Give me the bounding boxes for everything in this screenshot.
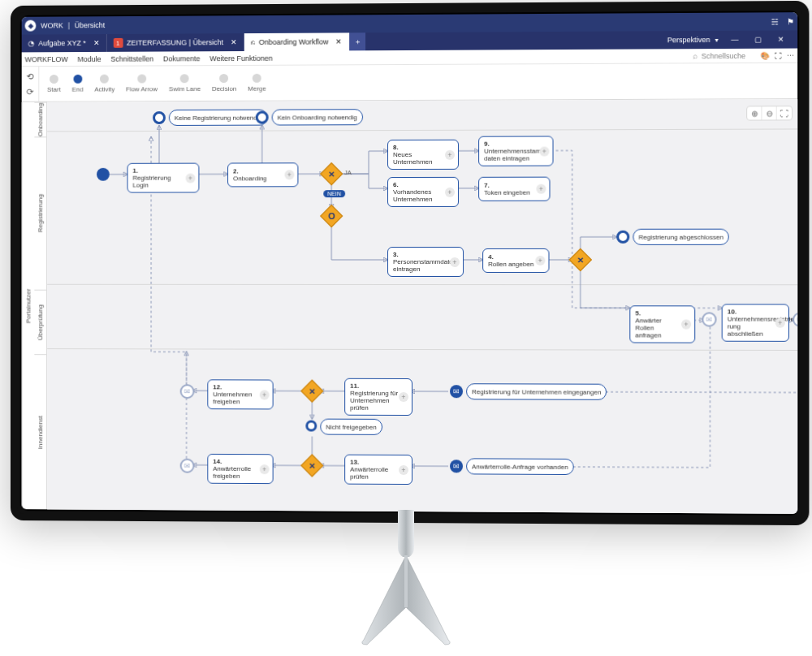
close-icon[interactable]: ✕ xyxy=(231,38,237,46)
end-event-reg-done[interactable] xyxy=(616,231,629,244)
undo-icon[interactable]: ⟲ xyxy=(27,71,34,82)
task-7-token-eingeben[interactable]: 7.Token eingeben+ xyxy=(478,177,550,201)
plus-icon[interactable]: + xyxy=(445,187,455,196)
menu-schnittstellen[interactable]: Schnittstellen xyxy=(110,54,153,63)
tab-onboarding-workflow[interactable]: ⎌ Onboarding Workflow ✕ xyxy=(244,32,350,51)
tab-zeiterfassung[interactable]: 1 ZEITERFASSUNG | Übersicht ✕ xyxy=(106,33,244,52)
lane-innendienst[interactable]: Innendienst xyxy=(34,354,46,510)
end-event-not-released[interactable] xyxy=(305,421,317,432)
pill-reg-done[interactable]: Registrierung abgeschlossen xyxy=(633,229,729,245)
mail-event-t5[interactable]: ✉ xyxy=(702,312,716,326)
task-2-onboarding[interactable]: 2.Onboarding+ xyxy=(227,162,298,187)
refresh-icon[interactable]: ⟳ xyxy=(27,86,34,97)
close-icon[interactable]: ✕ xyxy=(335,37,342,45)
plus-icon[interactable]: + xyxy=(775,318,785,328)
plus-icon[interactable]: + xyxy=(260,464,270,474)
gateway-label-ja: JA xyxy=(344,169,352,176)
fullscreen-icon[interactable]: ⛶ xyxy=(775,51,782,59)
task-13-anwaerterrolle-pruefen[interactable]: 13.Anwärterrolle prüfen+ xyxy=(344,455,412,485)
task-5-anwaerter-rollen[interactable]: 5.Anwärter Rollen anfragen+ xyxy=(629,305,695,343)
maximize-button[interactable]: ▢ xyxy=(746,36,769,44)
pill-anfrage[interactable]: Anwärterrolle-Anfrage vorhanden xyxy=(466,458,573,475)
plus-icon[interactable]: + xyxy=(445,149,455,159)
plus-icon[interactable]: + xyxy=(399,464,408,474)
perspective-dropdown[interactable]: Perspektiven xyxy=(667,36,710,44)
task-10-unternehmensregistrierung[interactable]: 10.Unternehmensregistrie­rung abschließe… xyxy=(722,304,789,342)
pill-no-registration[interactable]: Keine Registrierung notwendig xyxy=(169,110,268,126)
plus-icon[interactable]: + xyxy=(260,390,270,399)
bookmark-icon[interactable]: ☵ xyxy=(771,17,779,26)
close-button[interactable]: ✕ xyxy=(770,35,793,43)
shape-palette: ⟲ ⟳ Start End Activity Flow Arrow Swim L… xyxy=(22,63,797,102)
menu-workflow[interactable]: WORKFLOW xyxy=(25,55,68,63)
menu-dokumente[interactable]: Dokumente xyxy=(163,54,201,63)
mail-event-t14[interactable]: ✉ xyxy=(180,459,195,473)
task-3-personenstammdaten[interactable]: 3.Personenstammdaten eintragen+ xyxy=(387,247,464,277)
task-1-registrierung-login[interactable]: 1.Registrierung Login+ xyxy=(127,163,200,193)
pill-reg-company[interactable]: Registrierung für Unternehmen eingegange… xyxy=(466,383,607,400)
search-input[interactable]: Schnellsuche xyxy=(702,51,745,59)
plus-icon[interactable]: + xyxy=(539,146,549,156)
pill-no-onboarding[interactable]: Kein Onboarding notwendig xyxy=(272,109,363,125)
mail-event-t12[interactable]: ✉ xyxy=(180,384,195,399)
palette-merge[interactable]: Merge xyxy=(248,74,266,93)
palette-decision[interactable]: Decision xyxy=(212,74,236,93)
app-screen: ◆ WORK | Übersicht ☵ ⚑ ◔ Aufgabe XYZ * ✕… xyxy=(22,12,797,514)
menu-weitere[interactable]: Weitere Funktionen xyxy=(209,54,272,62)
gateway-label-nein: NEIN xyxy=(323,190,345,197)
task-11-registrierung-pruefen[interactable]: 11.Registrierung für Unter­nehmen prüfen… xyxy=(344,378,412,416)
more-icon[interactable]: ⋯ xyxy=(787,51,794,59)
lane-registrierung[interactable]: Registrierung xyxy=(34,136,46,289)
task-4-rollen-angeben[interactable]: 4.Rollen angeben+ xyxy=(482,248,549,273)
plus-icon[interactable]: + xyxy=(536,184,546,194)
message-event-anfrage[interactable]: ✉ xyxy=(450,460,463,473)
app-title: WORK xyxy=(41,21,63,29)
palette-flow-arrow[interactable]: Flow Arrow xyxy=(126,74,158,93)
search-icon: ⌕ xyxy=(693,51,698,60)
start-event[interactable] xyxy=(97,168,110,181)
task-6-vorhandenes-unternehmen[interactable]: 6.Vorhandenes Unternehmen+ xyxy=(387,177,459,207)
end-event-no-onboarding[interactable] xyxy=(256,111,269,124)
flame-icon: ◔ xyxy=(28,39,35,47)
plus-icon[interactable]: + xyxy=(186,173,196,183)
plus-icon[interactable]: + xyxy=(535,256,545,265)
palette-icon[interactable]: 🎨 xyxy=(760,51,769,59)
new-tab-button[interactable]: ＋ xyxy=(349,32,365,50)
notification-badge: 1 xyxy=(113,38,123,48)
lane-ueberpruefung[interactable]: Überprüfung xyxy=(34,290,46,354)
monitor-stand xyxy=(357,510,455,656)
workflow-canvas[interactable]: ⊕ ⊖ ⛶ xyxy=(47,99,797,514)
task-8-neues-unternehmen[interactable]: 8.Neues Unternehmen+ xyxy=(387,140,459,170)
plus-icon[interactable]: + xyxy=(285,170,295,179)
pill-not-released[interactable]: Nicht freigegeben xyxy=(320,419,382,435)
task-9-unternehmensstammdaten[interactable]: 9.Unternehmensstamm­daten eintragen+ xyxy=(478,136,553,166)
pool-portalnutzer[interactable]: Portalnutzer xyxy=(22,102,35,510)
plus-icon[interactable]: + xyxy=(399,392,408,402)
task-12-unternehmen-freigeben[interactable]: 12.Unternehmen freigeben+ xyxy=(207,379,273,409)
monitor-frame: ◆ WORK | Übersicht ☵ ⚑ ◔ Aufgabe XYZ * ✕… xyxy=(11,1,809,525)
end-event-no-reg[interactable] xyxy=(153,111,166,124)
page-title: Übersicht xyxy=(75,21,105,29)
app-icon: ◆ xyxy=(25,20,37,32)
workflow-icon: ⎌ xyxy=(251,38,255,46)
plus-icon[interactable]: + xyxy=(450,257,460,266)
tab-aufgabe[interactable]: ◔ Aufgabe XYZ * ✕ xyxy=(22,34,107,52)
palette-activity[interactable]: Activity xyxy=(94,75,114,93)
minimize-button[interactable]: — xyxy=(723,36,746,44)
message-event-reg-company[interactable]: ✉ xyxy=(450,385,463,398)
palette-start[interactable]: Start xyxy=(47,75,61,93)
alert-icon[interactable]: ⚑ xyxy=(787,17,794,26)
plus-icon[interactable]: + xyxy=(681,319,691,329)
menu-module[interactable]: Module xyxy=(77,54,101,63)
lane-onboarding[interactable]: Onboarding xyxy=(34,102,46,136)
task-14-anwaerterrolle-freigeben[interactable]: 14.Anwärterrolle freigeben+ xyxy=(207,454,273,484)
palette-swim-lane[interactable]: Swim Lane xyxy=(169,74,201,93)
chevron-down-icon: ▾ xyxy=(715,36,719,43)
palette-end[interactable]: End xyxy=(71,75,83,93)
close-icon[interactable]: ✕ xyxy=(93,39,100,47)
